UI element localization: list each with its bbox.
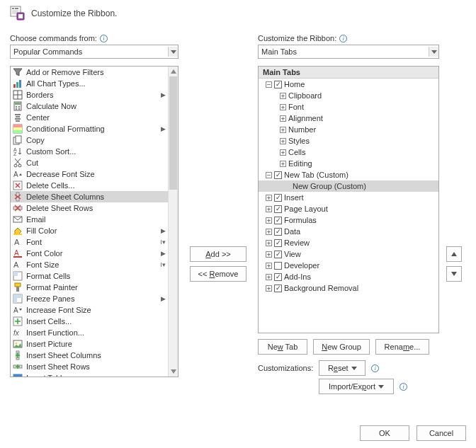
tree-tab[interactable]: +Data (259, 226, 438, 237)
command-item[interactable]: Delete Sheet Columns (11, 191, 168, 202)
tree-group[interactable]: +Editing (259, 158, 438, 169)
commands-listbox[interactable]: Add or Remove FiltersAll Chart Types...B… (10, 66, 178, 377)
command-item[interactable]: Delete Sheet Rows (11, 202, 168, 214)
command-item[interactable]: Insert Cells... (11, 316, 168, 327)
checkbox[interactable] (274, 171, 282, 179)
new-group-button[interactable]: New Group (313, 339, 370, 355)
command-item[interactable]: Insert Sheet Columns (11, 350, 168, 361)
command-item[interactable]: AFont SizeI▾ (11, 259, 168, 270)
checkbox[interactable] (274, 251, 282, 258)
tree-group[interactable]: +Number (259, 124, 438, 135)
info-icon[interactable]: i (339, 35, 347, 42)
scroll-down-arrow-icon[interactable] (169, 367, 178, 377)
scroll-thumb[interactable] (169, 76, 177, 190)
expander-plus-icon[interactable]: + (266, 274, 272, 280)
info-icon[interactable]: i (400, 383, 407, 391)
reset-button[interactable]: Reset (319, 360, 366, 376)
checkbox[interactable] (274, 285, 282, 292)
info-icon[interactable]: i (100, 35, 108, 42)
expander-plus-icon[interactable]: + (280, 115, 286, 122)
cancel-button[interactable]: Cancel (416, 425, 466, 441)
tree-group[interactable]: +Font (259, 101, 438, 113)
tree-group[interactable]: +Alignment (259, 113, 438, 124)
command-item[interactable]: Email (11, 214, 168, 225)
checkbox[interactable] (274, 239, 282, 247)
expander-plus-icon[interactable]: + (266, 240, 272, 246)
tree-tab[interactable]: +Developer (259, 260, 438, 271)
tree-group[interactable]: +Styles (259, 135, 438, 147)
checkbox[interactable] (274, 228, 282, 236)
remove-button[interactable]: << Remove (190, 266, 246, 282)
command-item[interactable]: fxInsert Function... (11, 327, 168, 338)
expander-plus-icon[interactable]: + (266, 229, 272, 235)
choose-commands-combo[interactable]: Popular Commands (10, 45, 178, 59)
tree-tab[interactable]: +Review (259, 237, 438, 248)
command-item[interactable]: Borders▶ (11, 89, 168, 100)
command-item[interactable]: Freeze Panes▶ (11, 293, 168, 304)
command-item[interactable]: Center (11, 112, 168, 123)
checkbox[interactable] (274, 205, 282, 213)
checkbox[interactable] (274, 262, 282, 270)
checkbox[interactable] (274, 194, 282, 202)
command-item[interactable]: Format Cells (11, 270, 168, 282)
expander-plus-icon[interactable]: + (280, 93, 286, 99)
import-export-button[interactable]: Import/Export (319, 379, 394, 394)
scroll-up-arrow-icon[interactable] (169, 67, 178, 76)
command-item[interactable]: Calculate Now (11, 100, 168, 112)
command-item[interactable]: Delete Cells... (11, 180, 168, 191)
expander-plus-icon[interactable]: + (280, 149, 286, 156)
expander-plus-icon[interactable]: + (266, 217, 272, 224)
expander-plus-icon[interactable]: + (266, 263, 272, 269)
command-item[interactable]: Format Painter (11, 282, 168, 293)
move-down-button[interactable] (446, 266, 462, 282)
tree-group[interactable]: +Cells (259, 147, 438, 158)
command-item[interactable]: AFont Color▶ (11, 248, 168, 259)
tree-tab[interactable]: +View (259, 248, 438, 260)
expander-plus-icon[interactable]: + (280, 104, 286, 110)
command-item[interactable]: Conditional Formatting▶ (11, 123, 168, 134)
info-icon[interactable]: i (371, 364, 379, 372)
tree-tab[interactable]: +Background Removal (259, 282, 438, 294)
tree-group-newgroup[interactable]: New Group (Custom) (259, 180, 438, 192)
command-item[interactable]: All Chart Types... (11, 78, 168, 89)
tree-tab[interactable]: +Formulas (259, 214, 438, 226)
customize-ribbon-combo[interactable]: Main Tabs (258, 45, 439, 59)
expander-plus-icon[interactable]: + (266, 195, 272, 201)
tabs-tree[interactable]: Main Tabs −Home+Clipboard+Font+Alignment… (258, 66, 439, 333)
expander-minus-icon[interactable]: − (266, 172, 272, 178)
tree-tab-home[interactable]: −Home (259, 79, 438, 90)
command-item[interactable]: AFontI▾ (11, 236, 168, 248)
expander-plus-icon[interactable]: + (266, 285, 272, 292)
checkbox[interactable] (274, 273, 282, 281)
command-item[interactable]: AZCustom Sort... (11, 146, 168, 157)
new-tab-button[interactable]: New Tab (258, 339, 307, 355)
expander-plus-icon[interactable]: + (280, 161, 286, 167)
move-up-button[interactable] (446, 246, 462, 262)
checkbox[interactable] (274, 81, 282, 88)
add-button[interactable]: Add >> (190, 246, 246, 262)
command-item[interactable]: Insert Sheet Rows (11, 361, 168, 372)
tree-tab[interactable]: +Insert (259, 192, 438, 203)
command-item[interactable]: ADecrease Font Size (11, 168, 168, 180)
ok-button[interactable]: OK (360, 425, 409, 441)
tree-group[interactable]: +Clipboard (259, 90, 438, 101)
expander-plus-icon[interactable]: + (280, 138, 286, 144)
expander-plus-icon[interactable]: + (266, 251, 272, 258)
checkbox[interactable] (274, 217, 282, 224)
tree-tab[interactable]: +Page Layout (259, 203, 438, 214)
rename-button[interactable]: Rename... (375, 339, 429, 355)
commands-scrollbar[interactable] (168, 67, 178, 377)
command-item[interactable]: Fill Color▶ (11, 225, 168, 236)
command-item[interactable]: Insert Picture (11, 338, 168, 350)
tree-tab-newtab[interactable]: −New Tab (Custom) (259, 169, 438, 180)
tree-tab[interactable]: +Add-Ins (259, 271, 438, 282)
command-item[interactable]: Copy (11, 134, 168, 146)
command-item[interactable]: Insert Table (11, 372, 168, 377)
expander-minus-icon[interactable]: − (266, 81, 272, 88)
command-item[interactable]: Add or Remove Filters (11, 67, 168, 78)
dropdown-arrow-icon (351, 367, 357, 370)
expander-plus-icon[interactable]: + (266, 206, 272, 212)
expander-plus-icon[interactable]: + (280, 127, 286, 133)
command-item[interactable]: Cut (11, 157, 168, 168)
command-item[interactable]: AIncrease Font Size (11, 304, 168, 316)
